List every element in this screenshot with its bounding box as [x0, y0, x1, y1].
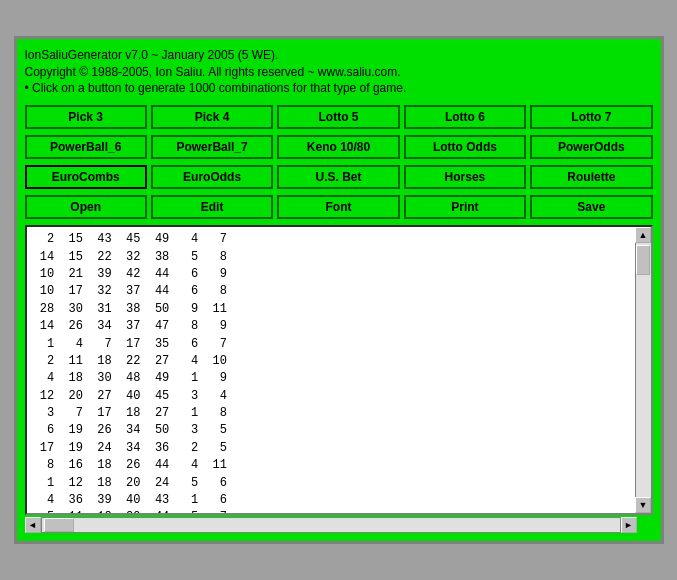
- pick3-button[interactable]: Pick 3: [25, 105, 147, 129]
- powerball7-button[interactable]: PowerBall_7: [151, 135, 273, 159]
- scroll-thumb-horizontal[interactable]: [44, 518, 74, 532]
- scroll-down-button[interactable]: ▼: [635, 497, 651, 513]
- pick4-button[interactable]: Pick 4: [151, 105, 273, 129]
- euro-combs-button[interactable]: EuroCombs: [25, 165, 147, 189]
- button-row-3: OpenEditFontPrintSave: [25, 195, 653, 219]
- lotto6-button[interactable]: Lotto 6: [404, 105, 526, 129]
- header-line2: Copyright © 1988-2005, Ion Saliu. All ri…: [25, 64, 653, 81]
- vertical-scrollbar[interactable]: ▲ ▼: [635, 227, 651, 513]
- header-section: IonSaliuGenerator v7.0 ~ January 2005 (5…: [25, 47, 653, 97]
- header-line1: IonSaliuGenerator v7.0 ~ January 2005 (5…: [25, 47, 653, 64]
- button-row-1: PowerBall_6PowerBall_7Keno 10/80Lotto Od…: [25, 135, 653, 159]
- button-row-2: EuroCombsEuroOddsU.S. BetHorsesRoulette: [25, 165, 653, 189]
- lotto5-button[interactable]: Lotto 5: [277, 105, 399, 129]
- output-text[interactable]: 2 15 43 45 49 4 7 14 15 22 32 38 5 8 10 …: [27, 227, 635, 513]
- button-row-0: Pick 3Pick 4Lotto 5Lotto 6Lotto 7: [25, 105, 653, 129]
- scroll-left-button[interactable]: ◄: [25, 517, 41, 533]
- open-button[interactable]: Open: [25, 195, 147, 219]
- print-button[interactable]: Print: [404, 195, 526, 219]
- euro-odds-button[interactable]: EuroOdds: [151, 165, 273, 189]
- horizontal-scrollbar-row: ◄ ►: [25, 517, 653, 533]
- keno-button[interactable]: Keno 10/80: [277, 135, 399, 159]
- us-bet-button[interactable]: U.S. Bet: [277, 165, 399, 189]
- edit-button[interactable]: Edit: [151, 195, 273, 219]
- header-line3: • Click on a button to generate 1000 com…: [25, 80, 653, 97]
- font-button[interactable]: Font: [277, 195, 399, 219]
- scroll-track-vertical[interactable]: [636, 243, 651, 497]
- output-area: 2 15 43 45 49 4 7 14 15 22 32 38 5 8 10 …: [25, 225, 653, 515]
- lotto7-button[interactable]: Lotto 7: [530, 105, 652, 129]
- main-window: IonSaliuGenerator v7.0 ~ January 2005 (5…: [14, 36, 664, 544]
- horses-button[interactable]: Horses: [404, 165, 526, 189]
- roulette-button[interactable]: Roulette: [530, 165, 652, 189]
- lotto-odds-button[interactable]: Lotto Odds: [404, 135, 526, 159]
- scroll-up-button[interactable]: ▲: [635, 227, 651, 243]
- save-button[interactable]: Save: [530, 195, 652, 219]
- power-odds-button[interactable]: PowerOdds: [530, 135, 652, 159]
- scroll-thumb-vertical[interactable]: [636, 245, 650, 275]
- scroll-track-horizontal[interactable]: [42, 518, 620, 532]
- horizontal-scrollbar[interactable]: [41, 517, 621, 533]
- scroll-right-button[interactable]: ►: [621, 517, 637, 533]
- powerball6-button[interactable]: PowerBall_6: [25, 135, 147, 159]
